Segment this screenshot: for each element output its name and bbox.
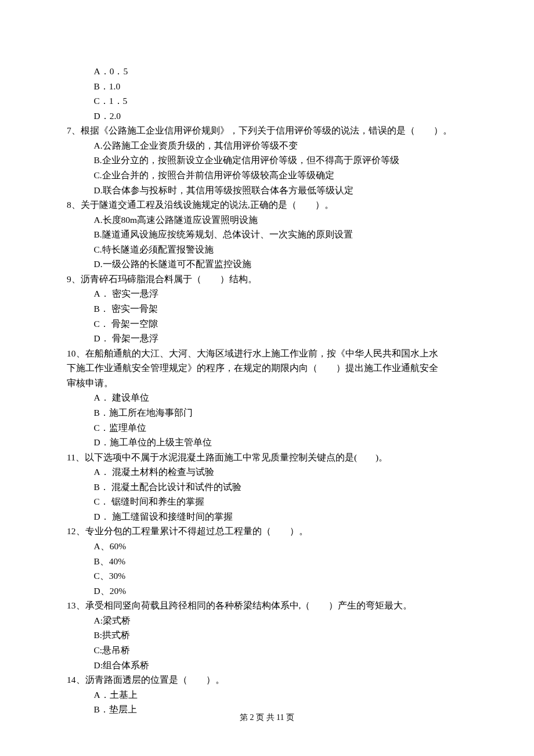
q13-option-a: A:梁式桥 [67,613,467,628]
page-container: A．0．5 B．1.0 C．1．5 D．2.0 7、根据《公路施工企业信用评价规… [0,0,534,756]
q8-option-c: C.特长隧道必须配置报警设施 [67,242,467,257]
q11-option-c: C． 锯缝时间和养生的掌握 [67,494,467,509]
q8-option-d: D.一级公路的长隧道可不配置监控设施 [67,257,467,272]
q13-option-b: B:拱式桥 [67,628,467,643]
q11-option-d: D． 施工缝留设和接缝时间的掌握 [67,509,467,524]
q11-stem: 11、以下选项中不属于水泥混凝土路面施工中常见质量控制关键点的是( )。 [67,450,467,465]
q12-option-a: A、60% [67,539,467,554]
q14-option-a: A．土基上 [67,687,467,703]
q10-stem-line1: 10、在船舶通航的大江、大河、大海区域进行水上施工作业前，按《中华人民共和国水上… [67,346,467,361]
q7-option-c: C.企业合并的，按照合并前信用评价等级较高企业等级确定 [67,168,467,183]
q13-stem: 13、承受相同竖向荷载且跨径相同的各种桥梁结构体系中,（ ）产生的弯矩最大。 [67,598,467,613]
q10-stem-line3: 审核申请。 [67,376,467,391]
q14-stem: 14、沥青路面透层的位置是（ ）。 [67,672,467,687]
q9-stem: 9、沥青碎石玛碲脂混合料属于（ ）结构。 [67,272,467,287]
q13-option-c: C:悬吊桥 [67,643,467,658]
q12-stem: 12、专业分包的工程量累计不得超过总工程量的（ ）。 [67,524,467,539]
q9-option-a: A． 密实一悬浮 [67,286,467,301]
q12-option-d: D、20% [67,584,467,599]
q10-option-a: A． 建设单位 [67,390,467,405]
q10-option-c: C．监理单位 [67,420,467,435]
q6-option-c: C．1．5 [67,93,467,109]
q12-option-c: C、30% [67,568,467,584]
q10-option-d: D．施工单位的上级主管单位 [67,435,467,450]
q10-stem-line2: 下施工作业通航安全管理规定》的程序，在规定的期限内向（ ）提出施工作业通航安全 [67,361,467,376]
q7-option-a: A.公路施工企业资质升级的，其信用评价等级不变 [67,138,467,153]
q7-option-d: D.联合体参与投标时，其信用等级按照联合体各方最低等级认定 [67,183,467,198]
q12-option-b: B、40% [67,554,467,569]
q6-option-b: B．1.0 [67,79,467,94]
q9-option-c: C． 骨架一空隙 [67,316,467,332]
q8-option-a: A.长度80m高速公路隧道应设置照明设施 [67,213,467,228]
q8-option-b: B.隧道通风设施应按统筹规划、总体设计、一次实施的原则设置 [67,227,467,242]
q11-option-a: A． 混凝土材料的检查与试验 [67,465,467,480]
page-footer: 第 2 页 共 11 页 [0,711,534,724]
q10-option-b: B．施工所在地海事部门 [67,405,467,420]
q9-option-d: D． 骨架一悬浮 [67,331,467,346]
q7-option-b: B.企业分立的，按照新设立企业确定信用评价等级，但不得高于原评价等级 [67,153,467,168]
q9-option-b: B． 密实一骨架 [67,301,467,316]
q7-stem: 7、根据《公路施工企业信用评价规则》，下列关于信用评价等级的说法，错误的是（ ）… [67,123,467,138]
q6-option-d: D．2.0 [67,109,467,124]
q11-option-b: B． 混凝土配合比设计和试件的试验 [67,480,467,495]
q13-option-d: D:组合体系桥 [67,658,467,673]
q6-option-a: A．0．5 [67,64,467,79]
q8-stem: 8、关于隧道交通工程及沿线设施规定的说法,正确的是（ ）。 [67,197,467,213]
